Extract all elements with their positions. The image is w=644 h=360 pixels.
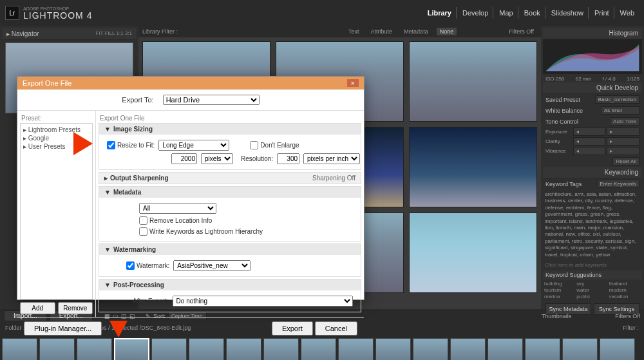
filter-none[interactable]: None: [437, 28, 457, 35]
module-map[interactable]: Map: [495, 7, 518, 19]
filter-metadata[interactable]: Metadata: [401, 28, 431, 35]
reset-all-button[interactable]: Reset All: [612, 157, 639, 166]
grid-thumb[interactable]: [409, 127, 537, 207]
grid-thumb[interactable]: [409, 213, 537, 293]
filter-attribute[interactable]: Attribute: [368, 28, 396, 35]
size-value-input[interactable]: [171, 153, 197, 164]
navigator-header[interactable]: ▸ Navigator FIT FILL 1:1 3:1: [3, 28, 136, 40]
dont-enlarge-checkbox[interactable]: [250, 141, 258, 149]
filmstrip-thumb[interactable]: [600, 338, 635, 360]
right-panel: Histogram ISO 25062 mmf / 4.01/125 Quick…: [541, 26, 644, 309]
section-watermarking[interactable]: ▼ Watermarking: [99, 244, 361, 255]
section-image-sizing[interactable]: ▼ Image Sizing: [99, 124, 361, 135]
histogram-header[interactable]: Histogram: [543, 28, 642, 39]
filmstrip-thumb[interactable]: [375, 338, 411, 360]
filmstrip-thumb[interactable]: [450, 338, 486, 360]
exposure-dec[interactable]: ◂: [573, 128, 606, 136]
filmstrip-thumb[interactable]: [338, 338, 374, 360]
module-print[interactable]: Print: [590, 7, 614, 19]
resolution-input[interactable]: [277, 153, 299, 164]
keyword-tags-dd[interactable]: Enter Keywords: [597, 180, 639, 188]
filmstrip-thumb[interactable]: [525, 338, 560, 360]
app-header: Lr ADOBE PHOTOSHOP LIGHTROOM 4 Library D…: [0, 0, 644, 26]
keyword-list[interactable]: architecture, arm, asia, asian, attracti…: [543, 189, 642, 260]
exposure-inc[interactable]: ▸: [607, 128, 639, 136]
section-metadata[interactable]: ▼ Metadata: [99, 187, 361, 198]
app-title: LIGHTROOM 4: [23, 11, 92, 20]
export-to-select[interactable]: Hard Drive: [163, 95, 260, 105]
filters-off[interactable]: Filters Off: [506, 28, 537, 35]
watermark-select[interactable]: AsiaPositive_new: [173, 260, 251, 271]
filmstrip-thumb[interactable]: [301, 338, 336, 360]
module-slideshow[interactable]: Slideshow: [547, 7, 589, 19]
white-balance-dd[interactable]: As Shot: [601, 106, 639, 115]
cancel-button[interactable]: Cancel: [315, 321, 357, 336]
filmstrip-thumb[interactable]: [263, 338, 299, 360]
remove-location-checkbox[interactable]: [139, 216, 147, 225]
add-preset-button[interactable]: Add: [20, 302, 55, 314]
histogram-display: [543, 39, 642, 74]
filmstrip-thumb[interactable]: [488, 338, 523, 360]
lightroom-icon: Lr: [5, 6, 19, 20]
section-sharpening[interactable]: ▸ Output SharpeningSharpening Off: [99, 173, 361, 184]
filmstrip-thumb[interactable]: [562, 338, 598, 360]
annotation-arrow-icon: [109, 321, 128, 346]
filmstrip-thumb[interactable]: [151, 338, 187, 360]
quick-develop-header[interactable]: Quick Develop: [543, 82, 642, 94]
export-dialog: Export One File × Export To: Hard Drive …: [17, 76, 365, 300]
export-confirm-button[interactable]: Export: [272, 321, 313, 336]
metadata-scope-select[interactable]: All: [139, 203, 216, 214]
module-develop[interactable]: Develop: [458, 7, 493, 19]
app-logo: Lr ADOBE PHOTOSHOP LIGHTROOM 4: [5, 6, 92, 20]
filmstrip-thumb[interactable]: [39, 338, 75, 360]
filmstrip-thumb[interactable]: [77, 338, 112, 360]
annotation-arrow-icon: [73, 132, 104, 155]
close-icon[interactable]: ×: [347, 79, 359, 87]
module-web[interactable]: Web: [616, 7, 639, 19]
histogram-meta: ISO 25062 mmf / 4.01/125: [543, 75, 642, 82]
resize-mode-select[interactable]: Long Edge: [158, 140, 229, 151]
module-book[interactable]: Book: [520, 7, 545, 19]
after-export-select[interactable]: Do nothing: [173, 296, 353, 307]
grid-thumb[interactable]: [409, 41, 537, 122]
module-library[interactable]: Library: [423, 7, 457, 19]
remove-preset-button[interactable]: Remove: [58, 302, 93, 314]
filter-text[interactable]: Text: [345, 28, 363, 35]
keywording-header[interactable]: Keywording: [543, 167, 642, 178]
filmstrip-thumb[interactable]: [189, 338, 224, 360]
auto-tone-button[interactable]: Auto Tone: [610, 117, 639, 126]
plugin-manager-button[interactable]: Plug-in Manager...: [24, 321, 102, 336]
write-keywords-checkbox[interactable]: [139, 227, 147, 236]
dialog-titlebar[interactable]: Export One File ×: [17, 77, 364, 90]
library-filter-label: Library Filter :: [142, 28, 178, 35]
filters-off-toggle[interactable]: Filters Off: [615, 313, 640, 319]
filmstrip-thumb[interactable]: [2, 338, 37, 360]
resize-to-fit-checkbox[interactable]: [107, 141, 115, 149]
add-keywords-hint[interactable]: Click here to add keywords: [543, 260, 642, 270]
library-filter-bar: Library Filter : Text Attribute Metadata…: [138, 26, 541, 37]
size-unit-select[interactable]: pixels: [201, 153, 233, 164]
saved-preset-dd[interactable]: Basic_correction: [595, 95, 639, 104]
filmstrip-thumb[interactable]: [413, 338, 448, 360]
export-to-label: Export To:: [122, 96, 153, 104]
watermark-checkbox[interactable]: [126, 261, 135, 270]
filmstrip-thumb[interactable]: [226, 338, 261, 360]
module-picker: Library Develop Map Book Slideshow Print…: [423, 7, 639, 19]
resolution-unit-select[interactable]: pixels per inch: [303, 153, 360, 164]
section-post-processing[interactable]: ▼ Post-Processing: [99, 279, 361, 290]
keyword-suggestions: buildingskythailand tourismwatermodern m…: [543, 279, 642, 301]
